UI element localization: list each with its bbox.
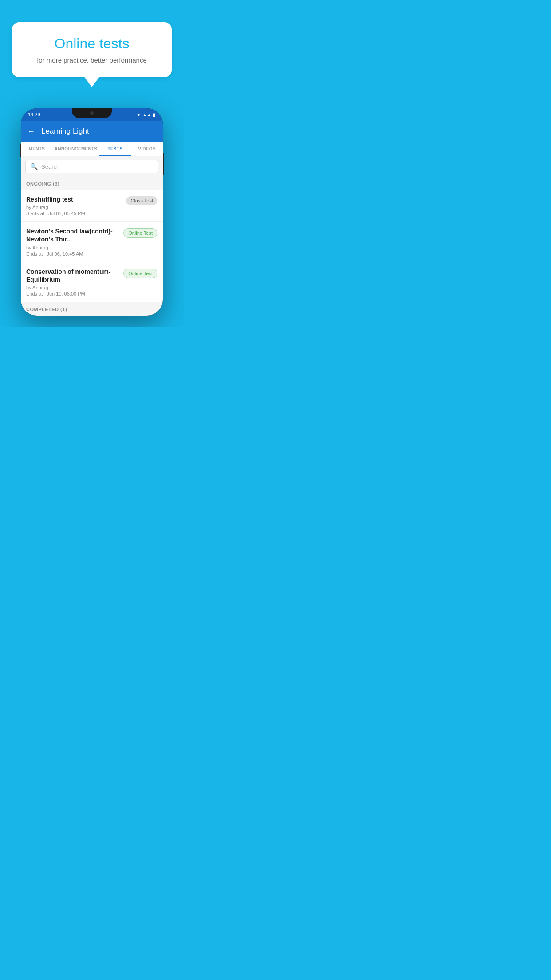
ongoing-section-header: ONGOING (3) — [21, 177, 163, 190]
completed-section-header: COMPLETED (1) — [21, 302, 163, 316]
tabs: MENTS ANNOUNCEMENTS TESTS VIDEOS — [21, 142, 163, 156]
time-value: Jul 05, 05:45 PM — [48, 211, 85, 216]
time-label: Ends at — [26, 291, 43, 296]
test-time: Ends at Jun 10, 06:00 PM — [26, 291, 120, 296]
time-value: Jun 10, 06:00 PM — [47, 291, 85, 296]
time-value: Jul 06, 10:45 AM — [47, 251, 83, 257]
test-name: Newton's Second law(contd)-Newton's Thir… — [26, 227, 120, 243]
status-icons: ▼ ▲▲ ▮ — [136, 112, 156, 117]
test-time: Starts at Jul 05, 05:45 PM — [26, 211, 122, 216]
side-button-right — [163, 153, 164, 175]
tab-announcements[interactable]: ANNOUNCEMENTS — [53, 142, 99, 156]
search-container: 🔍 Search — [21, 156, 163, 177]
battery-icon: ▮ — [153, 112, 156, 117]
app-header: ← Learning Light — [21, 121, 163, 142]
back-button[interactable]: ← — [27, 127, 35, 136]
test-name: Reshuffling test — [26, 195, 122, 203]
signal-icon: ▲▲ — [142, 112, 151, 117]
time-label: Ends at — [26, 251, 43, 257]
test-author: by Anurag — [26, 285, 120, 290]
test-info: Conservation of momentum-Equilibrium by … — [26, 268, 120, 296]
list-item[interactable]: Newton's Second law(contd)-Newton's Thir… — [21, 222, 163, 262]
test-time: Ends at Jul 06, 10:45 AM — [26, 251, 120, 257]
test-author: by Anurag — [26, 245, 120, 250]
phone-outer: 14:29 ▼ ▲▲ ▮ ← Learning Light MENTS ANNO… — [21, 108, 163, 316]
list-item[interactable]: Conservation of momentum-Equilibrium by … — [21, 262, 163, 302]
wifi-icon: ▼ — [136, 112, 141, 117]
test-list: Reshuffling test by Anurag Starts at Jul… — [21, 190, 163, 302]
speech-bubble: Online tests for more practice, better p… — [12, 22, 172, 77]
bubble-subtitle: for more practice, better performance — [24, 56, 159, 64]
hero-section: Online tests for more practice, better p… — [0, 0, 184, 86]
time-label: Starts at — [26, 211, 44, 216]
tab-ments[interactable]: MENTS — [21, 142, 53, 156]
app-title: Learning Light — [41, 127, 89, 136]
notch — [72, 108, 112, 118]
test-name: Conservation of momentum-Equilibrium — [26, 268, 120, 284]
search-bar[interactable]: 🔍 Search — [25, 160, 158, 173]
test-author: by Anurag — [26, 205, 122, 210]
tab-videos[interactable]: VIDEOS — [131, 142, 163, 156]
test-badge: Class Test — [126, 196, 157, 205]
camera — [90, 111, 94, 115]
completed-label: COMPLETED (1) — [26, 307, 67, 312]
phone-wrapper: 14:29 ▼ ▲▲ ▮ ← Learning Light MENTS ANNO… — [0, 108, 184, 316]
test-info: Reshuffling test by Anurag Starts at Jul… — [26, 195, 122, 216]
phone: 14:29 ▼ ▲▲ ▮ ← Learning Light MENTS ANNO… — [21, 108, 163, 316]
test-info: Newton's Second law(contd)-Newton's Thir… — [26, 227, 120, 256]
search-icon: 🔍 — [30, 163, 38, 170]
test-badge: Online Test — [123, 228, 157, 238]
status-time: 14:29 — [28, 112, 40, 117]
test-badge: Online Test — [123, 269, 157, 278]
search-placeholder: Search — [41, 163, 59, 170]
ongoing-label: ONGOING (3) — [26, 181, 59, 186]
list-item[interactable]: Reshuffling test by Anurag Starts at Jul… — [21, 190, 163, 222]
bubble-title: Online tests — [24, 36, 159, 52]
tab-tests[interactable]: TESTS — [99, 142, 131, 156]
